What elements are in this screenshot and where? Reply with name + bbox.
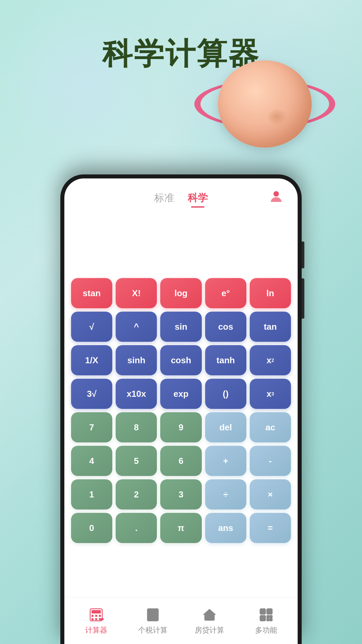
- btn-tanh[interactable]: tanh: [205, 345, 246, 375]
- planet-dimple: [267, 108, 287, 125]
- phone-side-btn-1: [302, 241, 304, 268]
- svg-rect-2: [92, 610, 101, 613]
- btn-ans[interactable]: ans: [205, 513, 246, 543]
- btn-8[interactable]: 8: [116, 412, 157, 442]
- button-row-6: 4 5 6 + -: [71, 446, 291, 476]
- phone-screen: 标准 科学 stan X! log e° ln √: [64, 178, 298, 644]
- btn-1[interactable]: 1: [71, 479, 112, 509]
- btn-cos[interactable]: cos: [205, 312, 246, 342]
- svg-rect-7: [95, 618, 97, 620]
- btn-pi[interactable]: π: [160, 513, 201, 543]
- btn-factorial[interactable]: X!: [116, 278, 157, 308]
- btn-x10x[interactable]: x10x: [116, 379, 157, 409]
- svg-rect-5: [99, 615, 101, 617]
- btn-2[interactable]: 2: [116, 479, 157, 509]
- btn-minus[interactable]: -: [250, 446, 291, 476]
- btn-x-cubed[interactable]: x3: [250, 379, 291, 409]
- button-row-3: 1/X sinh cosh tanh x2: [71, 345, 291, 375]
- tab-standard[interactable]: 标准: [147, 189, 181, 208]
- calculator-buttons: stan X! log e° ln √ ^ sin cos tan 1/X si…: [64, 275, 298, 550]
- button-row-1: stan X! log e° ln: [71, 278, 291, 308]
- nav-label-calculator: 计算器: [85, 625, 107, 635]
- svg-rect-18: [260, 615, 265, 621]
- btn-cbrt[interactable]: 3√: [71, 379, 112, 409]
- svg-rect-4: [95, 615, 97, 617]
- btn-5[interactable]: 5: [116, 446, 157, 476]
- nav-label-multi: 多功能: [255, 625, 277, 635]
- calculator-icon: [88, 606, 105, 623]
- nav-label-tax: 个税计算: [138, 625, 168, 635]
- button-row-5: 7 8 9 del ac: [71, 412, 291, 442]
- svg-rect-16: [260, 609, 265, 614]
- multi-icon: [258, 606, 275, 623]
- svg-rect-22: [270, 619, 272, 621]
- svg-rect-6: [92, 618, 94, 620]
- tab-science[interactable]: 科学: [181, 189, 215, 208]
- background-blob-1: [0, 0, 168, 168]
- btn-multiply[interactable]: ×: [250, 479, 291, 509]
- button-row-7: 1 2 3 ÷ ×: [71, 479, 291, 509]
- profile-icon[interactable]: [268, 189, 284, 205]
- btn-equals[interactable]: =: [250, 513, 291, 543]
- mortgage-icon: [201, 606, 218, 623]
- btn-7[interactable]: 7: [71, 412, 112, 442]
- btn-tan[interactable]: tan: [250, 312, 291, 342]
- btn-plus[interactable]: +: [205, 446, 246, 476]
- phone-frame: 标准 科学 stan X! log e° ln √: [60, 174, 302, 644]
- btn-stan[interactable]: stan: [71, 278, 112, 308]
- btn-log[interactable]: log: [160, 278, 201, 308]
- svg-rect-8: [99, 618, 104, 620]
- svg-rect-15: [207, 617, 212, 620]
- tax-icon: 税: [144, 606, 161, 623]
- bottom-nav: 计算器 税 个税计算: [64, 597, 298, 644]
- btn-sinh[interactable]: sinh: [116, 345, 157, 375]
- nav-label-mortgage: 房贷计算: [195, 625, 224, 635]
- btn-e-deg[interactable]: e°: [205, 278, 246, 308]
- btn-reciprocal[interactable]: 1/X: [71, 345, 112, 375]
- button-row-4: 3√ x10x exp () x3: [71, 379, 291, 409]
- svg-rect-17: [267, 609, 272, 614]
- btn-6[interactable]: 6: [160, 446, 201, 476]
- nav-item-tax[interactable]: 税 个税计算: [124, 606, 181, 635]
- btn-9[interactable]: 9: [160, 412, 201, 442]
- svg-rect-20: [270, 615, 272, 618]
- svg-text:税: 税: [149, 611, 152, 613]
- nav-item-mortgage[interactable]: 房贷计算: [181, 606, 238, 635]
- btn-0[interactable]: 0: [71, 513, 112, 543]
- btn-divide[interactable]: ÷: [205, 479, 246, 509]
- planet-body: [218, 60, 312, 148]
- button-row-2: √ ^ sin cos tan: [71, 312, 291, 342]
- btn-sin[interactable]: sin: [160, 312, 201, 342]
- screen-header: 标准 科学: [64, 178, 298, 214]
- btn-del[interactable]: del: [205, 412, 246, 442]
- btn-power[interactable]: ^: [116, 312, 157, 342]
- btn-ac[interactable]: ac: [250, 412, 291, 442]
- btn-dot[interactable]: .: [116, 513, 157, 543]
- phone-side-btn-2: [302, 278, 304, 319]
- btn-exp[interactable]: exp: [160, 379, 201, 409]
- btn-x-squared[interactable]: x2: [250, 345, 291, 375]
- nav-item-multi[interactable]: 多功能: [238, 606, 294, 635]
- btn-ln[interactable]: ln: [250, 278, 291, 308]
- btn-cosh[interactable]: cosh: [160, 345, 201, 375]
- planet-decoration: [201, 40, 328, 168]
- nav-item-calculator[interactable]: 计算器: [68, 606, 124, 635]
- btn-4[interactable]: 4: [71, 446, 112, 476]
- svg-rect-3: [92, 615, 94, 617]
- svg-rect-21: [267, 619, 269, 621]
- button-row-8: 0 . π ans =: [71, 513, 291, 543]
- display-area: [64, 214, 298, 275]
- svg-point-0: [274, 191, 279, 197]
- svg-rect-19: [267, 615, 269, 618]
- btn-sqrt[interactable]: √: [71, 312, 112, 342]
- btn-3[interactable]: 3: [160, 479, 201, 509]
- btn-parens[interactable]: (): [205, 379, 246, 409]
- svg-rect-9: [147, 609, 158, 621]
